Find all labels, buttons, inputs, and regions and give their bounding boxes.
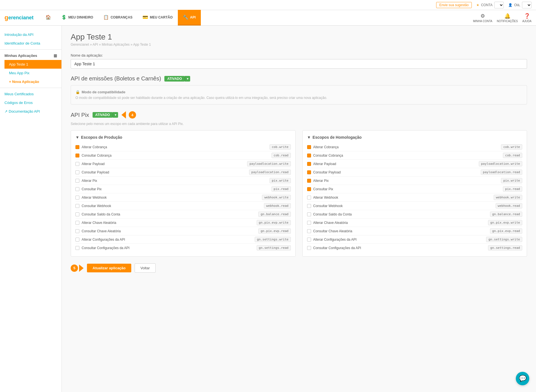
scope-checkbox[interactable] bbox=[307, 145, 311, 149]
scope-code: pix.read bbox=[272, 186, 291, 192]
sidebar-item-codigos-erros[interactable]: Códigos de Erros bbox=[0, 98, 61, 107]
scope-checkbox[interactable] bbox=[75, 221, 79, 225]
page-title: App Teste 1 bbox=[71, 33, 527, 41]
prod-scope-row: Consultar Webhook webhook.read bbox=[75, 202, 291, 210]
scope-left: Consultar Payload bbox=[307, 170, 341, 174]
scope-label: Alterar Chave Aleatória bbox=[82, 221, 116, 225]
scope-label: Alterar Configurações da API bbox=[82, 238, 125, 242]
nav-cobrancas[interactable]: 📋 COBRANÇAS bbox=[98, 10, 137, 25]
scope-label: Consultar Pix bbox=[82, 187, 102, 191]
prod-scope-row: Alterar Chave Aleatória gn.pix.evp.write bbox=[75, 219, 291, 227]
suggest-button[interactable]: Envie sua sugestão bbox=[436, 2, 472, 8]
sidebar-item-identificador[interactable]: Identificador de Conta bbox=[0, 39, 61, 48]
scope-checkbox[interactable] bbox=[307, 221, 311, 225]
nav-meu-cartao[interactable]: 💳 MEU CARTÃO bbox=[137, 10, 178, 25]
app-name-input[interactable] bbox=[71, 59, 527, 69]
scope-code: pix.write bbox=[270, 178, 291, 183]
scope-checkbox[interactable] bbox=[307, 204, 311, 208]
nav-minha-conta[interactable]: ⚙ MINHA CONTA bbox=[473, 13, 492, 23]
sidebar-section-minhas-apps[interactable]: Minhas Aplicações ▥ bbox=[0, 51, 61, 60]
logo[interactable]: g erencianet bbox=[4, 14, 34, 21]
scope-label: Alterar Chave Aleatória bbox=[313, 221, 348, 225]
scope-code: pix.write bbox=[501, 178, 522, 183]
scope-checkbox[interactable] bbox=[307, 179, 311, 183]
conta-selector[interactable]: ★ CONTA bbox=[476, 2, 504, 8]
sidebar-item-meu-app-pix[interactable]: Meu App Pix bbox=[4, 69, 61, 77]
scope-code: webhook.read bbox=[496, 203, 522, 208]
update-app-button[interactable]: Atualizar aplicação bbox=[87, 264, 131, 272]
main-nav: g erencianet 🏠 💲 MEU DINHEIRO 📋 COBRANÇA… bbox=[0, 10, 536, 26]
scope-checkbox[interactable] bbox=[75, 187, 79, 191]
hom-scope-row: Consultar Chave Aleatória gn.pix.evp.rea… bbox=[307, 227, 523, 235]
scope-checkbox[interactable] bbox=[307, 170, 311, 174]
pix-subtitle: Selecione pelo menos um escopo em cada a… bbox=[71, 122, 527, 126]
scope-left: Consultar Pix bbox=[75, 187, 102, 191]
scope-label: Alterar Pix bbox=[82, 179, 97, 183]
cobrancas-icon: 📋 bbox=[103, 15, 109, 20]
scope-label: Consultar Configurações da API bbox=[82, 246, 130, 250]
scope-checkbox[interactable] bbox=[307, 229, 311, 233]
scope-checkbox[interactable] bbox=[75, 246, 79, 250]
conta-dropdown[interactable] bbox=[494, 2, 504, 8]
scope-label: Alterar Payload bbox=[82, 162, 105, 166]
filter-hom-icon: ▼ bbox=[307, 135, 311, 140]
dinheiro-icon: 💲 bbox=[61, 15, 67, 20]
api-emission-dropdown-btn[interactable]: ▾ bbox=[185, 76, 190, 82]
prod-scope-row: Consultar Cobrança cob.read bbox=[75, 151, 291, 160]
hom-scopes-col: ▼ Escopos de Homologação Alterar Cobranç… bbox=[302, 130, 527, 257]
scope-label: Alterar Webhook bbox=[82, 196, 107, 200]
scope-code: gn.pix.evp.write bbox=[488, 220, 522, 225]
scope-checkbox[interactable] bbox=[307, 162, 311, 166]
api-pix-dropdown-btn[interactable]: ▾ bbox=[113, 112, 118, 118]
nav-home[interactable]: 🏠 bbox=[40, 10, 56, 25]
scope-checkbox[interactable] bbox=[75, 145, 79, 149]
nav-meu-dinheiro[interactable]: 💲 MEU DINHEIRO bbox=[56, 10, 98, 25]
cartao-icon: 💳 bbox=[142, 15, 148, 20]
scope-checkbox[interactable] bbox=[307, 246, 311, 250]
scope-checkbox[interactable] bbox=[307, 154, 311, 157]
scope-label: Consultar Configurações da API bbox=[313, 246, 361, 250]
scope-checkbox[interactable] bbox=[75, 212, 79, 216]
sidebar-item-nova-app[interactable]: + Nova Aplicação bbox=[4, 77, 61, 86]
scope-checkbox[interactable] bbox=[75, 162, 79, 166]
scope-left: Alterar Payload bbox=[75, 162, 105, 166]
scope-checkbox[interactable] bbox=[307, 212, 311, 216]
sidebar-item-intro[interactable]: Introdução da API bbox=[0, 30, 61, 39]
api-emission-section: API de emissões (Boletos e Carnês) ATIVA… bbox=[71, 75, 527, 82]
chat-button[interactable]: 💬 bbox=[516, 372, 529, 385]
sidebar-item-doc-api[interactable]: ↗ Documentação API bbox=[0, 107, 61, 116]
scope-left: Alterar Payload bbox=[307, 162, 336, 166]
scope-checkbox[interactable] bbox=[307, 238, 311, 242]
sidebar-item-meus-certs[interactable]: Meus Certificados bbox=[0, 90, 61, 98]
step4-pointer: 4 bbox=[121, 111, 136, 119]
user-dropdown[interactable] bbox=[522, 2, 532, 8]
scope-checkbox[interactable] bbox=[75, 170, 79, 174]
scope-checkbox[interactable] bbox=[75, 179, 79, 183]
scope-checkbox[interactable] bbox=[75, 154, 79, 157]
filter-icon: ▼ bbox=[75, 135, 79, 140]
sidebar-item-app-teste-1[interactable]: App Teste 1 bbox=[4, 60, 61, 69]
nav-cobrancas-label: COBRANÇAS bbox=[111, 15, 132, 19]
prod-scope-row: Consultar Pix pix.read bbox=[75, 185, 291, 193]
nav-api[interactable]: 🔧 API bbox=[178, 10, 201, 25]
back-button[interactable]: Voltar bbox=[135, 263, 156, 273]
scope-checkbox[interactable] bbox=[75, 229, 79, 233]
prod-scopes-col: ▼ Escopos de Produção Alterar Cobrança c… bbox=[71, 130, 296, 257]
scope-checkbox[interactable] bbox=[307, 187, 311, 191]
hom-scope-row: Alterar Chave Aleatória gn.pix.evp.write bbox=[307, 219, 523, 227]
nav-ajuda[interactable]: ❓ AJUDA bbox=[522, 13, 532, 23]
scope-code: cob.write bbox=[501, 144, 522, 150]
scope-code: cob.read bbox=[272, 153, 291, 158]
scope-code: webhook.read bbox=[264, 203, 291, 208]
scope-checkbox[interactable] bbox=[75, 204, 79, 208]
compat-title: 🔒 Modo de compatibilidade bbox=[75, 90, 522, 94]
scope-label: Consultar Webhook bbox=[82, 204, 111, 208]
scope-checkbox[interactable] bbox=[75, 196, 79, 200]
nav-meu-cartao-label: MEU CARTÃO bbox=[150, 15, 172, 19]
user-selector[interactable]: 👤 Olá, bbox=[508, 2, 532, 8]
scopes-grid: ▼ Escopos de Produção Alterar Cobrança c… bbox=[71, 130, 527, 257]
nav-notificacoes[interactable]: 🔔 NOTIFICAÇÕES bbox=[497, 13, 518, 23]
scope-checkbox[interactable] bbox=[75, 238, 79, 242]
layout: Introdução da API Identificador de Conta… bbox=[0, 26, 536, 392]
scope-checkbox[interactable] bbox=[307, 196, 311, 200]
